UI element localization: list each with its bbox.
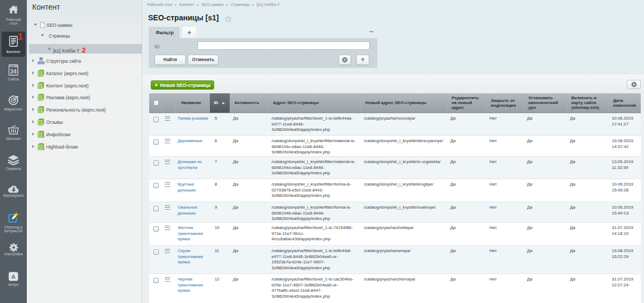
- svg-text:A: A: [11, 274, 16, 280]
- svg-text:24: 24: [10, 68, 17, 75]
